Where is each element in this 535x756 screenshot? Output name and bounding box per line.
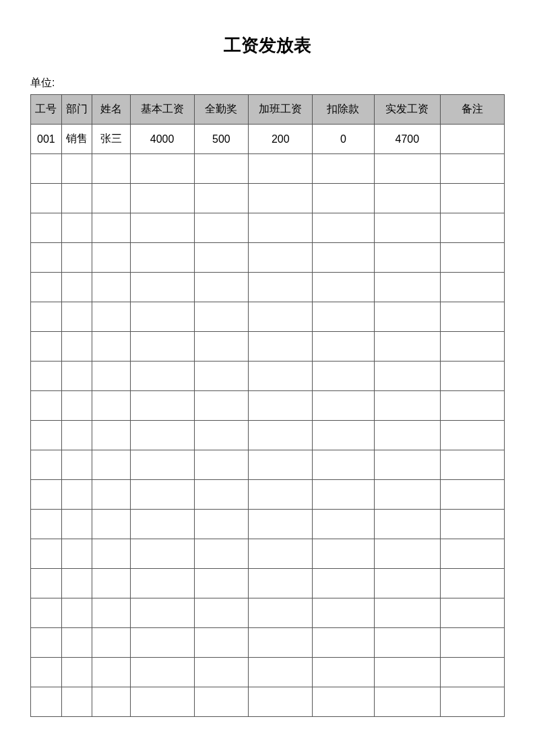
table-cell xyxy=(194,687,249,717)
table-cell: 500 xyxy=(194,125,249,154)
table-cell xyxy=(61,302,92,332)
table-cell xyxy=(313,332,374,362)
table-cell xyxy=(31,628,62,658)
table-cell xyxy=(374,243,440,273)
table-cell xyxy=(92,510,130,539)
table-cell xyxy=(194,569,249,598)
table-cell xyxy=(31,184,62,213)
table-cell xyxy=(441,658,505,687)
table-cell: 001 xyxy=(31,125,62,154)
table-cell xyxy=(130,687,194,717)
header-employee-id: 工号 xyxy=(31,95,62,125)
table-cell: 4000 xyxy=(130,125,194,154)
table-cell xyxy=(31,598,62,628)
table-cell xyxy=(61,598,92,628)
table-cell: 4700 xyxy=(374,125,440,154)
table-row xyxy=(31,569,505,598)
table-cell xyxy=(61,154,92,184)
table-cell xyxy=(61,391,92,421)
table-cell xyxy=(313,510,374,539)
header-base-salary: 基本工资 xyxy=(130,95,194,125)
table-cell xyxy=(374,658,440,687)
table-row xyxy=(31,628,505,658)
table-cell xyxy=(92,332,130,362)
table-cell xyxy=(92,273,130,302)
table-cell xyxy=(92,628,130,658)
table-cell xyxy=(374,598,440,628)
table-cell xyxy=(92,362,130,391)
table-cell xyxy=(194,510,249,539)
table-row: 001销售张三400050020004700 xyxy=(31,125,505,154)
table-cell xyxy=(249,154,313,184)
table-cell xyxy=(249,687,313,717)
table-cell xyxy=(313,213,374,243)
table-cell xyxy=(92,687,130,717)
table-cell xyxy=(194,332,249,362)
table-cell xyxy=(249,302,313,332)
table-cell xyxy=(249,569,313,598)
table-cell xyxy=(61,480,92,510)
table-cell xyxy=(441,154,505,184)
table-cell xyxy=(31,539,62,569)
table-cell xyxy=(313,450,374,480)
table-cell xyxy=(130,273,194,302)
table-cell xyxy=(61,658,92,687)
table-cell xyxy=(31,213,62,243)
salary-table: 工号 部门 姓名 基本工资 全勤奖 加班工资 扣除款 实发工资 备注 001销售… xyxy=(30,94,505,717)
table-cell xyxy=(31,302,62,332)
table-cell xyxy=(130,658,194,687)
table-cell xyxy=(441,628,505,658)
table-cell xyxy=(31,450,62,480)
table-cell xyxy=(249,332,313,362)
table-cell xyxy=(249,510,313,539)
table-cell xyxy=(249,628,313,658)
table-cell xyxy=(249,362,313,391)
table-cell xyxy=(441,421,505,450)
table-cell xyxy=(61,184,92,213)
table-cell xyxy=(194,302,249,332)
table-cell xyxy=(313,687,374,717)
table-cell xyxy=(313,480,374,510)
table-cell xyxy=(130,154,194,184)
table-cell xyxy=(194,539,249,569)
table-cell xyxy=(249,243,313,273)
table-cell xyxy=(130,332,194,362)
table-cell xyxy=(249,184,313,213)
table-cell xyxy=(31,332,62,362)
table-row xyxy=(31,213,505,243)
table-cell xyxy=(61,421,92,450)
table-cell xyxy=(92,243,130,273)
table-cell xyxy=(441,569,505,598)
table-row xyxy=(31,154,505,184)
table-cell xyxy=(61,510,92,539)
table-cell xyxy=(374,539,440,569)
table-cell xyxy=(313,184,374,213)
table-cell xyxy=(313,362,374,391)
table-row xyxy=(31,391,505,421)
table-cell xyxy=(374,421,440,450)
table-cell xyxy=(313,154,374,184)
table-cell xyxy=(194,391,249,421)
table-cell xyxy=(249,539,313,569)
table-cell xyxy=(374,362,440,391)
table-cell xyxy=(92,658,130,687)
table-cell xyxy=(31,391,62,421)
table-cell xyxy=(249,421,313,450)
table-cell xyxy=(31,273,62,302)
table-cell xyxy=(441,213,505,243)
table-cell: 200 xyxy=(249,125,313,154)
table-cell xyxy=(130,362,194,391)
table-row xyxy=(31,362,505,391)
table-cell xyxy=(313,628,374,658)
table-cell xyxy=(249,480,313,510)
table-cell xyxy=(61,450,92,480)
table-cell xyxy=(92,450,130,480)
table-cell xyxy=(194,421,249,450)
table-cell xyxy=(194,628,249,658)
table-cell xyxy=(249,273,313,302)
header-name: 姓名 xyxy=(92,95,130,125)
header-department: 部门 xyxy=(61,95,92,125)
table-row xyxy=(31,184,505,213)
table-cell xyxy=(313,243,374,273)
table-cell xyxy=(441,391,505,421)
